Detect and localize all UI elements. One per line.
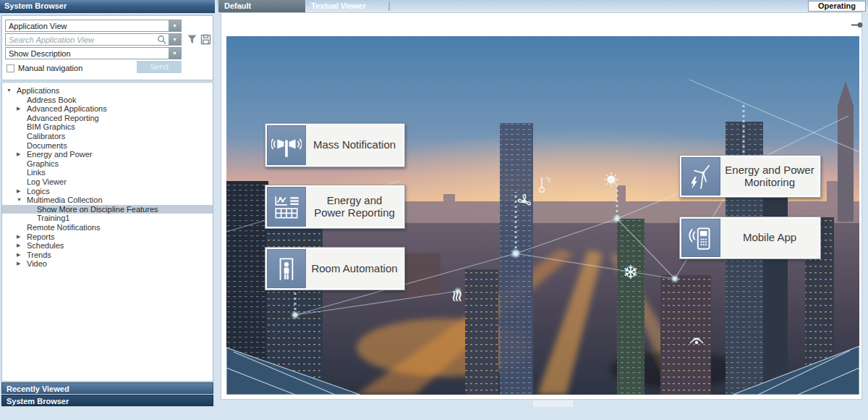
mobile-app-button[interactable]: Mobile App — [679, 217, 821, 259]
energy-power-monitoring-button[interactable]: Energy and Power Monitoring — [679, 155, 821, 198]
tree-item[interactable]: Training1 — [2, 214, 213, 223]
overlay-button-label: Energy and Power Monitoring — [720, 157, 819, 196]
filter-icon[interactable] — [187, 34, 198, 46]
tree-item-label: Graphics — [26, 159, 59, 169]
pin-icon[interactable] — [851, 18, 863, 31]
panel-title: System Browser — [0, 0, 215, 13]
tree-item-label: BIM Graphics — [26, 122, 75, 132]
tree-item-label: Applications — [16, 86, 59, 96]
chevron-down-icon[interactable]: ▼ — [169, 34, 181, 45]
tree-item-label: Logics — [26, 187, 50, 196]
tab-default[interactable]: Default — [218, 0, 305, 12]
mobile-phone-icon — [681, 219, 720, 257]
tree-item[interactable]: ▶Reports — [2, 232, 213, 242]
loudspeaker-icon — [267, 125, 306, 165]
manual-navigation-label: Manual navigation — [18, 64, 82, 72]
tree-item[interactable]: ▼Multimedia Collection — [2, 196, 213, 205]
tree-item-label: Calibrators — [26, 132, 65, 141]
description-selector[interactable]: Show Description ▼ — [5, 47, 182, 59]
view-selector[interactable]: Application View ▼ — [5, 20, 182, 32]
chevron-collapsed-icon[interactable]: ▶ — [17, 259, 26, 269]
search-input[interactable] — [6, 34, 157, 45]
tree-item-label: Video — [26, 259, 47, 269]
tree-item-label: Advanced Applications — [26, 104, 107, 114]
overlay-button-label: Room Automation — [306, 249, 403, 288]
tree-item[interactable]: Advanced Reporting — [2, 114, 213, 123]
content-pane: °c ❄ ≋ — [221, 12, 862, 400]
tree-item-label: Energy and Power — [26, 150, 93, 159]
tree-item[interactable]: Graphics — [2, 159, 213, 169]
manual-navigation-checkbox[interactable] — [7, 64, 14, 72]
tree-item-label: Trends — [26, 251, 51, 260]
tree-item[interactable]: Calibrators — [2, 132, 213, 141]
snowflake-icon: ❄ — [623, 261, 639, 283]
report-chart-icon — [267, 187, 306, 227]
heat-waves-icon: ≋ — [448, 290, 466, 303]
splitter-handle[interactable] — [533, 400, 573, 407]
tree: ▼ApplicationsAddress Book▶Advanced Appli… — [1, 82, 213, 382]
tree-item[interactable]: ▶Video — [2, 259, 213, 269]
tree-item-label: Log Viewer — [26, 177, 67, 187]
tree-item-label: Show More on Discipline Features — [36, 205, 158, 214]
save-icon[interactable] — [200, 34, 212, 46]
chevron-expanded-icon[interactable]: ▼ — [7, 86, 16, 96]
search-box: ▼ — [5, 33, 182, 46]
description-selector-value: Show Description — [6, 49, 169, 58]
tree-item-label: Training1 — [36, 214, 69, 223]
tree-item[interactable]: BIM Graphics — [2, 122, 213, 132]
person-door-icon — [267, 249, 306, 288]
tree-item-label: Address Book — [26, 96, 76, 105]
search-icon[interactable] — [157, 35, 169, 45]
overlay-button-label: Mobile App — [720, 219, 819, 257]
overlay-button-label: Mass Notification — [306, 125, 403, 165]
tree-item[interactable]: Address Book — [2, 96, 213, 105]
chevron-collapsed-icon[interactable]: ▶ — [17, 150, 26, 159]
operating-button[interactable]: Operating — [808, 1, 866, 12]
tree-item[interactable]: Remote Notifications — [2, 223, 213, 232]
chevron-collapsed-icon[interactable]: ▶ — [17, 241, 26, 251]
tree-item-label: Multimedia Collection — [26, 196, 103, 205]
send-button[interactable]: Send — [137, 61, 182, 73]
chevron-collapsed-icon[interactable]: ▶ — [17, 232, 26, 242]
chevron-down-icon[interactable]: ▼ — [169, 48, 181, 59]
tree-item[interactable]: Log Viewer — [2, 177, 213, 187]
tab-strip: Default Textual Viewer Operating — [217, 0, 868, 12]
svg-text:°c: °c — [545, 176, 552, 183]
tree-item-label: Documents — [26, 141, 67, 151]
view-selector-value: Application View — [6, 22, 169, 30]
chevron-collapsed-icon[interactable]: ▶ — [17, 251, 26, 260]
chevron-down-icon[interactable]: ▼ — [169, 20, 181, 31]
tree-item[interactable]: Documents — [2, 141, 213, 151]
system-browser-bar[interactable]: System Browser — [1, 395, 213, 406]
tree-item-label: Reports — [26, 232, 55, 242]
tree-item[interactable]: ▶Schedules — [2, 241, 213, 251]
tree-item[interactable]: ▼Applications — [2, 86, 213, 96]
recently-viewed-bar[interactable]: Recently Viewed — [1, 382, 213, 394]
chevron-collapsed-icon[interactable]: ▶ — [17, 104, 26, 114]
mass-notification-button[interactable]: Mass Notification — [265, 123, 405, 167]
tree-item[interactable]: ▶Logics — [2, 187, 213, 196]
room-automation-button[interactable]: Room Automation — [265, 247, 405, 290]
city-scene-image: °c ❄ ≋ — [226, 36, 859, 395]
browser-controls: Application View ▼ ▼ Show Description ▼ … — [1, 15, 213, 80]
overlay-button-label: Energy and Power Reporting — [306, 187, 403, 227]
tree-item-label: Schedules — [26, 241, 64, 251]
tab-separator — [388, 1, 390, 11]
chevron-expanded-icon[interactable]: ▼ — [17, 196, 26, 205]
tree-item[interactable]: ▶Trends — [2, 251, 213, 260]
tree-item-label: Advanced Reporting — [26, 114, 99, 123]
tree-item-label: Remote Notifications — [26, 223, 101, 232]
tree-item-label: Links — [26, 168, 46, 177]
tree-item[interactable]: Show More on Discipline Features — [2, 205, 213, 214]
wind-turbine-icon — [681, 157, 720, 196]
chevron-collapsed-icon[interactable]: ▶ — [17, 187, 26, 196]
tree-item[interactable]: Links — [2, 168, 213, 177]
tab-textual-viewer[interactable]: Textual Viewer — [305, 0, 387, 12]
energy-power-reporting-button[interactable]: Energy and Power Reporting — [265, 185, 405, 229]
tree-item[interactable]: ▶Energy and Power — [2, 150, 213, 159]
tree-item[interactable]: ▶Advanced Applications — [2, 104, 213, 114]
system-browser-panel: System Browser Application View ▼ ▼ Show… — [0, 0, 215, 406]
